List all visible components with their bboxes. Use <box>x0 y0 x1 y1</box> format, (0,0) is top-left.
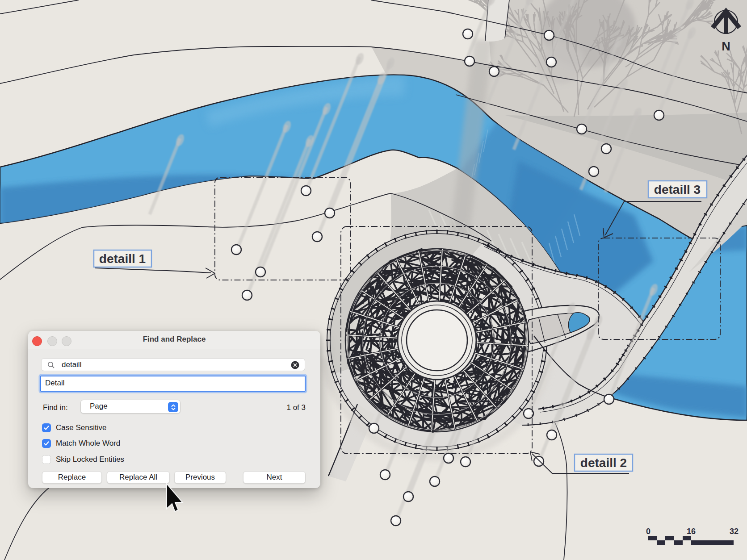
svg-text:detaill 2: detaill 2 <box>580 456 627 470</box>
svg-text:detaill 1: detaill 1 <box>99 252 146 266</box>
svg-text:32: 32 <box>730 527 739 536</box>
svg-text:N: N <box>722 40 730 53</box>
svg-text:detaill 3: detaill 3 <box>654 183 701 196</box>
svg-text:0: 0 <box>646 527 650 536</box>
svg-text:16: 16 <box>687 527 696 536</box>
